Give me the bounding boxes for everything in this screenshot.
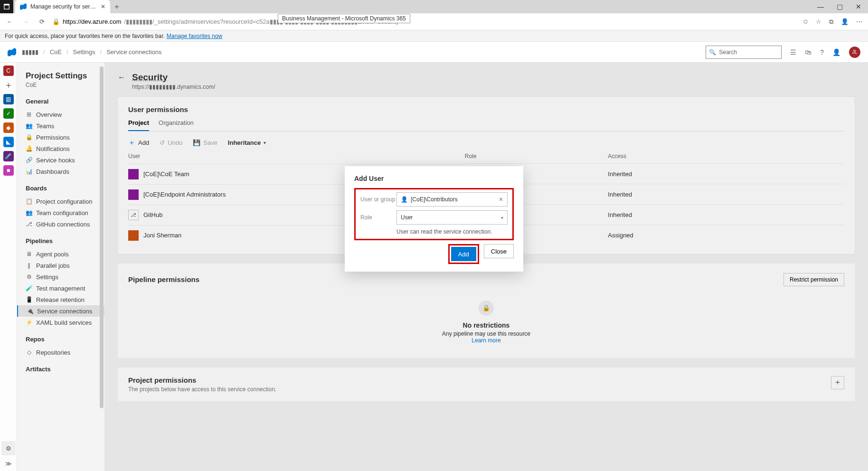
sidebar-section: Repos [26, 336, 104, 343]
favorite-icon[interactable]: ☆ [816, 18, 821, 25]
help-icon[interactable]: ? [820, 48, 824, 56]
sidebar-item[interactable]: ‖Parallel jobs [26, 260, 104, 271]
sidebar-item[interactable]: 📋Project configuration [26, 196, 104, 207]
sidebar-item[interactable]: 👥Team configuration [26, 207, 104, 218]
dialog-add-button[interactable]: Add [451, 247, 476, 261]
sidebar-item-label: Overview [36, 111, 62, 118]
rail-add-button[interactable]: ＋ [3, 80, 14, 90]
rail-item-6[interactable]: ■ [3, 165, 14, 176]
search-placeholder: Search [719, 49, 737, 56]
settings-menu-icon[interactable]: ⋯ [856, 18, 862, 25]
sidebar-item-label: Settings [36, 273, 58, 281]
sidebar-item-icon: 🔒 [26, 134, 32, 141]
breadcrumb-item[interactable]: CoE [50, 48, 62, 56]
sidebar-item-icon: 🔗 [26, 157, 32, 163]
sidebar-item-icon: 🖥 [26, 251, 32, 257]
sidebar-title: Project Settings [26, 71, 104, 81]
addressbar: ← → ⟳ 🔒 https://dev.azure.com/▮▮▮▮▮▮▮▮/_… [0, 13, 868, 30]
sidebar-item-label: Service connections [37, 308, 92, 315]
sidebar-item[interactable]: 🔔Notifications [26, 143, 104, 154]
sidebar-item-label: Permissions [36, 134, 70, 141]
sidebar-item-label: Project configuration [36, 198, 93, 205]
sidebar-item-icon: ◇ [26, 349, 32, 356]
sidebar-item[interactable]: 🔗Service hooks [26, 154, 104, 166]
sidebar-item[interactable]: ⎇GitHub connections [26, 218, 104, 230]
clear-icon[interactable]: ✕ [499, 196, 503, 203]
rail-item-1[interactable]: ▥ [3, 94, 14, 104]
search-icon: 🔍 [709, 49, 716, 56]
nav-forward-button[interactable]: → [20, 16, 31, 28]
dialog-close-button[interactable]: Close [484, 244, 514, 258]
sidebar-item-icon: 🔌 [27, 308, 33, 314]
tab-close-icon[interactable]: ✕ [101, 3, 105, 10]
sidebar-item[interactable]: 👥Teams [26, 120, 104, 132]
azure-devops-logo[interactable] [8, 48, 16, 57]
window-minimize-button[interactable]: — [811, 0, 830, 13]
rail-project-icon[interactable]: C [3, 66, 14, 76]
sidebar-item-icon: 📋 [26, 198, 32, 205]
sidebar-item-icon: 👥 [26, 122, 32, 129]
sidebar-item[interactable]: 🔌Service connections [17, 305, 104, 317]
sidebar-item-label: Dashboards [36, 168, 69, 175]
sidebar-item-icon: 🧪 [26, 285, 32, 292]
sidebar-section: General [26, 98, 104, 105]
sidebar-item-label: Test management [36, 285, 85, 292]
reading-view-icon[interactable]: ✩ [803, 18, 808, 25]
breadcrumb-item[interactable]: ▮▮▮▮▮ [22, 48, 38, 56]
sidebar-item[interactable]: 📊Dashboards [26, 166, 104, 177]
user-avatar[interactable]: JL [849, 47, 860, 58]
rail-item-4[interactable]: ◣ [3, 137, 14, 147]
sidebar-item-label: Service hooks [36, 157, 75, 164]
sidebar-item[interactable]: ⚡XAML build services [26, 317, 104, 328]
sidebar-item[interactable]: ◇Repositories [26, 347, 104, 358]
list-icon[interactable]: ☰ [790, 48, 796, 56]
rail-item-2[interactable]: ✓ [3, 108, 14, 119]
breadcrumb-item[interactable]: Settings [73, 48, 95, 56]
sidebar-item-icon: 📱 [26, 296, 32, 303]
nav-refresh-button[interactable]: ⟳ [36, 16, 47, 28]
new-tab-button[interactable]: ＋ [110, 2, 123, 12]
sidebar-item-label: Agent pools [36, 251, 69, 258]
rail-collapse-button[interactable]: ≫ [5, 460, 12, 467]
sidebar-item[interactable]: 🖥Agent pools [26, 248, 104, 260]
sidebar-item-label: Notifications [36, 145, 70, 152]
tab-title: Manage security for service con [30, 3, 97, 10]
browser-app-icon[interactable] [0, 0, 13, 13]
sidebar-item-icon: ⚙ [26, 273, 32, 280]
profile-icon[interactable]: 👤 [841, 18, 849, 25]
marketplace-icon[interactable]: 🛍 [805, 48, 811, 56]
window-maximize-button[interactable]: ▢ [830, 0, 849, 13]
sidebar-item[interactable]: ⚙Settings [26, 271, 104, 283]
sidebar-item[interactable]: 📱Release retention [26, 294, 104, 305]
breadcrumb: ▮▮▮▮▮/CoE/Settings/Service connections [22, 48, 162, 56]
sidebar: Project Settings CoE General⊞Overview👥Te… [17, 63, 104, 471]
address-field[interactable]: 🔒 https://dev.azure.com/▮▮▮▮▮▮▮▮/_settin… [52, 18, 798, 25]
sidebar-item-icon: ⊞ [26, 111, 32, 118]
sidebar-item[interactable]: ⊞Overview [26, 109, 104, 120]
add-user-dialog: Add User User or group 👤 [CoE]\Contribut… [345, 166, 523, 272]
sidebar-item[interactable]: 🧪Test management [26, 283, 104, 294]
header-search[interactable]: 🔍 Search [706, 46, 782, 59]
window-close-button[interactable]: ✕ [849, 0, 868, 13]
rail-item-5[interactable]: 🧪 [3, 151, 14, 161]
sidebar-item-label: Teams [36, 122, 54, 130]
user-group-label: User or group [360, 196, 396, 203]
dialog-highlight-box: User or group 👤 [CoE]\Contributors ✕ Rol… [354, 188, 514, 240]
manage-favorites-link[interactable]: Manage favorites now [167, 33, 222, 39]
user-group-field[interactable]: 👤 [CoE]\Contributors ✕ [396, 192, 508, 207]
user-settings-icon[interactable]: 👤 [832, 48, 840, 56]
svg-rect-1 [4, 4, 9, 6]
breadcrumb-item[interactable]: Service connections [106, 48, 161, 56]
collections-icon[interactable]: ⧉ [829, 18, 833, 26]
url-host: https://dev.azure.com [63, 18, 121, 25]
role-description: User can read the service connection. [396, 228, 508, 235]
sidebar-item[interactable]: 🔒Permissions [26, 132, 104, 143]
dialog-title: Add User [354, 175, 514, 182]
nav-back-button[interactable]: ← [4, 16, 15, 28]
favorites-bar: For quick access, place your favorites h… [0, 30, 868, 42]
role-dropdown[interactable]: User ▾ [396, 210, 508, 225]
browser-tab[interactable]: Manage security for service con ✕ [15, 0, 110, 13]
rail-settings-button[interactable]: ⚙ [1, 441, 16, 455]
sidebar-section: Artifacts [26, 366, 104, 373]
rail-item-3[interactable]: ◆ [3, 122, 14, 133]
